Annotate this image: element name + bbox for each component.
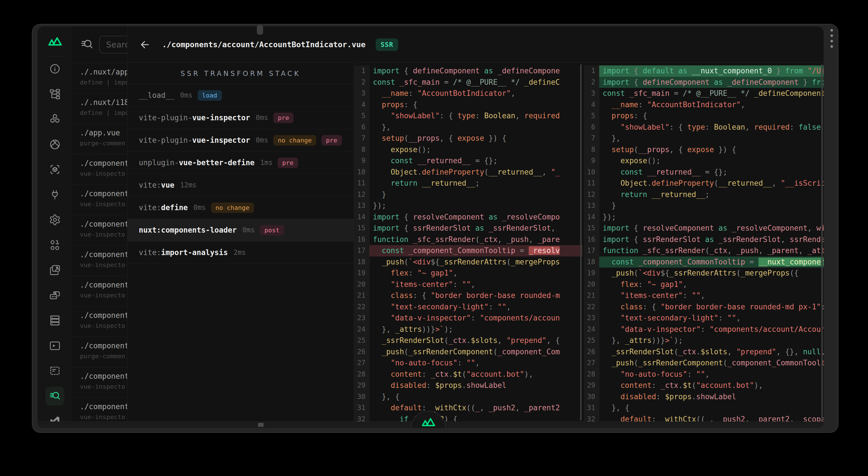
sidebar-item-storage[interactable] <box>37 308 72 333</box>
code-token: _ctx <box>661 381 679 389</box>
transform-stack-row[interactable]: vite-plugin-vue-inspector0mspre <box>127 107 354 129</box>
code-token <box>603 358 612 367</box>
code-token: _attrs <box>395 325 422 334</box>
line-content: "data-v-inspector": "components/account/… <box>599 324 824 335</box>
transform-stack-row[interactable]: vite-plugin-vue-inspector0msno changepre <box>127 129 354 152</box>
file-list-item[interactable]: ./componentvue-inspecto <box>72 368 127 398</box>
code-token: _component_CommonTooltip <box>408 246 515 255</box>
line-number: 23 <box>584 313 599 324</box>
sidebar-item-pages[interactable] <box>37 82 72 107</box>
sidebar-item-server-routes[interactable] <box>37 283 72 308</box>
code-panel-after: 1import { default as __nuxt_component_0 … <box>584 63 824 428</box>
left-panel-scrollbar[interactable] <box>580 64 582 420</box>
code-token: , <box>506 303 511 311</box>
sidebar-item-runtime-config[interactable] <box>37 207 72 232</box>
transform-badge-pre: pre <box>273 113 294 123</box>
code-token: , <box>515 112 524 120</box>
code-token: "data-v-inspector" <box>621 325 701 334</box>
code-token: = <box>515 246 529 255</box>
transform-stack-row[interactable]: vite:vue12ms <box>127 174 354 196</box>
code-line: 10 Object.defineProperty(__returned__, "… <box>354 167 583 178</box>
code-token <box>373 89 382 98</box>
code-token <box>603 325 621 334</box>
code-token: _push <box>506 235 529 244</box>
back-button[interactable] <box>139 39 151 51</box>
file-list-item[interactable]: ./.nuxt/appdefine | impo <box>72 63 127 94</box>
transform-stack-row[interactable]: __load__0msload <box>127 84 354 107</box>
file-list-item[interactable]: ./componentvue-inspecto <box>72 307 127 337</box>
code-line: 20 flex: "~ gap1", <box>584 279 824 290</box>
code-token: }); <box>603 213 616 221</box>
code-token: defineProperty <box>652 179 714 187</box>
line-number: 7 <box>354 133 369 144</box>
code-token: _sfc_main <box>629 89 670 98</box>
code-token: { <box>404 67 413 75</box>
file-list-item[interactable]: ./componentvue-inspecto <box>72 185 127 215</box>
sidebar-item-open-graph[interactable] <box>37 358 72 384</box>
sidebar-item-payload[interactable] <box>37 232 72 258</box>
file-list-item[interactable]: ./componentvue-inspecto <box>72 215 127 246</box>
code-token: _mergeProps <box>741 269 789 277</box>
code-token: Object <box>621 179 647 187</box>
transform-stack-row[interactable]: unplugin-vue-better-define1mspre <box>127 152 354 174</box>
plugin-name: vue-inspector <box>192 114 250 122</box>
line-content: "showLabel": { type: Boolean, required <box>369 110 583 122</box>
file-list-item[interactable]: ./componentvue-inspecto <box>72 246 127 276</box>
active-item-highlight <box>45 387 64 406</box>
code-token: : <box>475 112 484 120</box>
line-content: _ssrRenderSlot(_ctx.$slots, "prepend", { <box>369 335 583 346</box>
code-line: 16import { ssrRenderSlot as _ssrRenderSl… <box>584 234 824 245</box>
code-token: _ctx <box>678 347 696 356</box>
sidebar-item-modules[interactable] <box>37 157 72 182</box>
transform-badge-pre: pre <box>278 158 298 168</box>
sidebar-item-imports[interactable] <box>37 132 72 157</box>
line-content: flex: "~ gap1", <box>369 267 583 279</box>
code-token: "prepend" <box>736 347 776 356</box>
transform-stack-row[interactable]: vite:define0msno change <box>127 196 354 219</box>
code-token: : <box>408 269 417 277</box>
transform-stack-row[interactable]: vite:import-analysis2ms <box>127 242 354 264</box>
transform-badge-nochange: no change <box>211 202 254 213</box>
file-list-item[interactable]: ./app.vuepurge-commen <box>72 124 127 154</box>
code-token: , <box>551 224 555 232</box>
file-list-item[interactable]: ./.nuxt/i18define | impo <box>72 94 127 124</box>
transform-stack-row[interactable]: nuxt:components-loader0mspost <box>127 219 354 242</box>
sidebar-item-assets[interactable] <box>37 258 72 283</box>
code-panel-before: 1import { defineComponent as _defineComp… <box>354 63 583 428</box>
plugin-name-prefix: __load__ <box>139 91 174 99</box>
search-input[interactable] <box>99 36 127 54</box>
code-line: 14}); <box>584 212 824 223</box>
sidebar-item-terminal[interactable] <box>37 333 72 358</box>
file-list-item[interactable]: ./componentvue-inspecto <box>72 276 127 307</box>
sidebar-item-components[interactable] <box>37 107 72 132</box>
code-line: 4 __name: "AccountBotIndicator", <box>584 99 824 110</box>
code-token: ))} <box>422 325 435 334</box>
code-token: : { <box>440 112 458 120</box>
file-list-item[interactable]: ./componentvue-inspecto <box>72 154 127 185</box>
line-content: const _sfc_main = /* @__PURE__ */ _defin… <box>369 77 583 88</box>
code-token: : <box>701 325 709 334</box>
file-list-item[interactable]: ./componentpurge-commen <box>72 337 127 368</box>
sidebar-item-overview[interactable] <box>37 56 72 82</box>
plugin-time: 1ms <box>260 159 273 167</box>
code-token: required <box>754 123 789 131</box>
line-number: 7 <box>584 133 599 144</box>
code-token: , { <box>670 145 687 154</box>
code-token: return <box>391 179 422 187</box>
terminal-icon <box>49 340 61 352</box>
code-token: $t <box>683 381 692 389</box>
right-panel-scrollbar[interactable] <box>822 64 823 420</box>
window-drag-handle[interactable] <box>257 25 263 35</box>
window-grip-dots[interactable] <box>831 29 833 48</box>
code-token: "prepend" <box>506 336 547 345</box>
code-token: : <box>790 123 799 131</box>
sidebar-item-vite-inspect[interactable] <box>37 384 72 409</box>
code-line: 16function _sfc_ssrRender(_ctx, _push, _… <box>354 234 583 245</box>
line-content: "no-auto-focus": "", <box>369 357 583 369</box>
bottom-scrollbar-thumb[interactable] <box>258 423 264 427</box>
code-token: = <box>440 78 453 87</box>
code-token <box>603 145 612 154</box>
plugin-name-prefix: unplugin- <box>139 158 179 167</box>
sidebar-item-plugins[interactable] <box>37 182 72 208</box>
code-token: , { <box>440 134 458 142</box>
